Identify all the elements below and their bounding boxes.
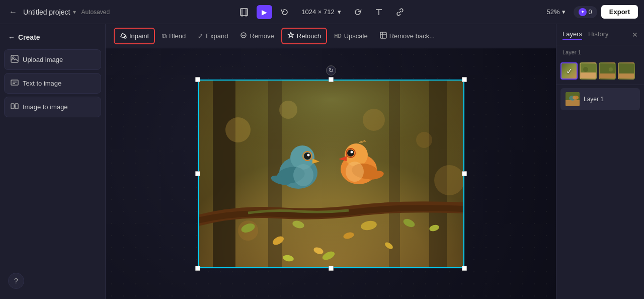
handle-middle-right[interactable] [462,171,467,176]
layer-thumb-1[interactable]: ✓ [560,62,578,80]
expand-icon: ⤢ [198,32,203,40]
handle-bottom-right[interactable] [462,266,467,271]
play-button[interactable]: ▶ [257,5,272,19]
remove-label: Remove [250,32,274,40]
toolbar-inpaint-button[interactable]: Inpaint [114,28,155,44]
project-chevron-icon: ▾ [73,9,76,16]
layer-item-1[interactable]: Layer 1 [560,88,640,110]
svg-point-26 [363,109,385,131]
handle-top-right[interactable] [462,77,467,82]
svg-point-62 [609,67,613,71]
tab-history[interactable]: History [588,29,608,40]
retouch-icon [287,32,294,40]
toolbar-blend-button[interactable]: ⧉ Blend [157,29,191,43]
svg-point-27 [416,132,432,148]
rotate-handle[interactable]: ↻ [326,65,336,76]
layer-thumbnails: ✓ [556,57,644,85]
thumb-check-icon: ✓ [561,63,577,79]
canvas-size-label: 1024 × 712 [301,8,334,16]
handle-bottom-middle[interactable] [329,266,334,271]
svg-point-24 [225,117,251,142]
canvas-image [198,80,464,268]
svg-point-59 [583,67,588,72]
image-container[interactable]: ↻ [198,80,464,268]
handle-top-left[interactable] [195,77,200,82]
create-label: Create [18,33,40,41]
sidebar-item-text-to-image[interactable]: Text to image [4,73,101,94]
sidebar-item-upload-image[interactable]: Upload image [4,49,101,70]
toolbar-retouch-button[interactable]: Retouch [281,28,327,44]
retouch-label: Retouch [297,32,321,40]
left-sidebar: ← Create Upload image Text to im [0,24,106,299]
svg-point-44 [307,154,309,156]
tab-layers[interactable]: Layers [562,29,582,40]
svg-point-13 [124,36,126,38]
toolbar-upscale-button[interactable]: HD Upscale [329,29,372,43]
image-to-image-label: Image to image [23,103,68,111]
expand-label: Expand [206,32,228,40]
svg-rect-0 [240,9,248,16]
create-header: ← Create [4,30,101,44]
svg-point-43 [304,153,311,160]
upload-image-label: Upload image [23,56,63,63]
svg-rect-16 [380,32,386,38]
link-tool-button[interactable] [391,5,409,20]
zoom-chevron-icon: ▾ [562,8,566,16]
handle-top-middle[interactable] [329,77,334,82]
svg-point-52 [350,151,353,153]
toolbar-remove-bg-button[interactable]: Remove back... [375,29,440,43]
back-button[interactable]: ← [6,6,20,19]
handle-bottom-left[interactable] [195,266,200,271]
inpaint-label: Inpaint [129,32,149,40]
topbar: ← Untitled project ▾ Autosaved ▶ 1024 × … [0,0,644,24]
canvas-viewport[interactable]: ↻ [106,48,556,299]
layer-thumb-3[interactable] [599,62,616,80]
svg-point-25 [279,101,297,119]
svg-rect-64 [619,73,635,80]
autosaved-label: Autosaved [81,9,110,16]
panel-close-icon[interactable]: ✕ [632,31,638,39]
layer-thumb-4[interactable] [618,62,635,80]
svg-point-68 [573,96,579,100]
text-to-image-label: Text to image [23,80,61,87]
handle-middle-left[interactable] [195,171,200,176]
project-title: Untitled project [23,8,70,16]
help-button[interactable]: ? [8,273,24,289]
layer-item-thumbnail [566,92,580,106]
svg-rect-58 [581,72,597,80]
canvas-size-button[interactable]: 1024 × 712 ▾ [297,6,345,18]
canvas-area: Inpaint ⧉ Blend ⤢ Expand Remove [106,24,556,299]
remove-icon [240,32,247,40]
layer-section-label: Layer 1 [556,45,644,57]
credits-icon: ✦ [579,8,587,16]
sidebar-item-image-to-image[interactable]: Image to image [4,97,101,117]
remove-bg-label: Remove back... [389,32,435,40]
layer-thumb-2[interactable] [580,62,597,80]
credits-count: 0 [589,8,592,16]
toolbar-remove-button[interactable]: Remove [235,29,279,43]
export-button[interactable]: Export [601,5,638,19]
upload-image-icon [11,55,19,64]
svg-point-46 [293,164,313,186]
redo-button[interactable] [349,5,366,20]
panel-tabs: Layers History [562,29,608,40]
svg-point-28 [434,165,464,195]
svg-rect-66 [566,100,580,106]
upscale-hd-label: HD [334,33,341,39]
toolbar-expand-button[interactable]: ⤢ Expand [193,29,233,43]
toolbar: Inpaint ⧉ Blend ⤢ Expand Remove [106,24,556,48]
zoom-label: 52% [547,8,560,16]
panel-header: Layers History ✕ [556,24,644,45]
svg-rect-22 [389,80,400,268]
blend-icon: ⧉ [162,32,167,40]
text-to-image-icon [11,79,19,88]
canvas-size-chevron-icon: ▾ [338,8,341,16]
frame-tool-button[interactable] [235,5,253,20]
rotate-left-button[interactable] [276,5,293,20]
svg-rect-20 [213,80,235,268]
text-tool-button[interactable] [370,5,387,20]
zoom-button[interactable]: 52% ▾ [543,6,570,18]
credits-badge: ✦ 0 [574,6,597,18]
svg-rect-7 [11,80,18,85]
sidebar-bottom: ? [4,269,101,293]
